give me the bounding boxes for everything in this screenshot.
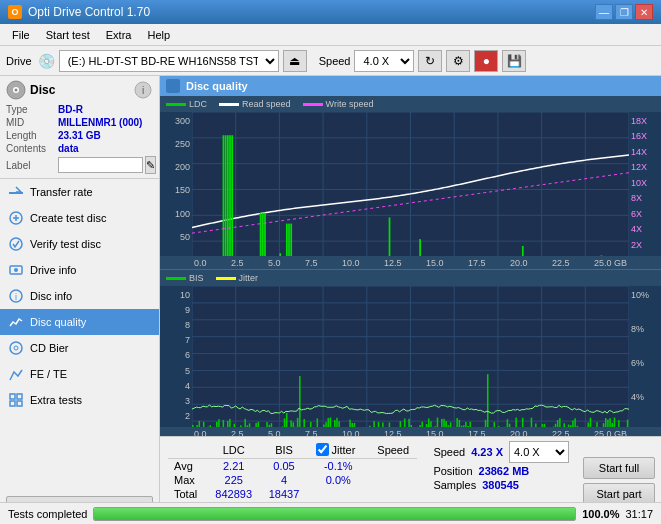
avg-label: Avg xyxy=(168,459,207,474)
avg-jitter: -0.1% xyxy=(308,459,370,474)
top-chart-area xyxy=(192,112,629,269)
col-bis-header: BIS xyxy=(261,441,308,459)
speed-row: Speed 4.23 X 4.0 X 2.0 X 8.0 X xyxy=(433,441,569,463)
legend-ldc: LDC xyxy=(166,99,207,109)
disc-quality-icon xyxy=(8,314,24,330)
sidebar-item-transfer-rate[interactable]: Transfer rate xyxy=(0,179,159,205)
sidebar-item-disc-quality[interactable]: Disc quality xyxy=(0,309,159,335)
nav-label-fe-te: FE / TE xyxy=(30,368,67,380)
fe-te-icon xyxy=(8,366,24,382)
sidebar-item-verify-test-disc[interactable]: Verify test disc xyxy=(0,231,159,257)
save-button[interactable]: 💾 xyxy=(502,50,526,72)
menu-file[interactable]: File xyxy=(4,27,38,43)
legend-bis: BIS xyxy=(166,273,204,283)
minimize-button[interactable]: — xyxy=(595,4,613,20)
bot-chart-wrapper: BIS Jitter 10 9 8 7 6 5 4 xyxy=(160,270,661,436)
nav-label-disc-quality: Disc quality xyxy=(30,316,86,328)
top-y-axis-left: 300 250 200 150 100 50 0 xyxy=(160,112,192,269)
eject-button[interactable]: ⏏ xyxy=(283,50,307,72)
restore-button[interactable]: ❐ xyxy=(615,4,633,20)
avg-bis: 0.05 xyxy=(261,459,308,474)
mid-label: MID xyxy=(6,117,58,128)
bot-chart-inner: 10 9 8 7 6 5 4 3 2 1 10 xyxy=(160,286,661,436)
label-label: Label xyxy=(6,160,58,171)
stats-row-avg: Avg 2.21 0.05 -0.1% xyxy=(168,459,417,474)
nav-label-disc-info: Disc info xyxy=(30,290,72,302)
legend-write-speed: Write speed xyxy=(303,99,374,109)
drive-info-icon xyxy=(8,262,24,278)
color-button[interactable]: ● xyxy=(474,50,498,72)
menu-help[interactable]: Help xyxy=(139,27,178,43)
bot-y-axis-left: 10 9 8 7 6 5 4 3 2 1 xyxy=(160,286,192,436)
refresh-button[interactable]: ↻ xyxy=(418,50,442,72)
sidebar-item-disc-info[interactable]: i Disc info xyxy=(0,283,159,309)
titlebar: O Opti Drive Control 1.70 — ❐ ✕ xyxy=(0,0,661,24)
nav-label-extra-tests: Extra tests xyxy=(30,394,82,406)
type-value: BD-R xyxy=(58,104,83,115)
sidebar-item-drive-info[interactable]: Drive info xyxy=(0,257,159,283)
disc-section-icon xyxy=(6,80,26,100)
disc-section-btn[interactable]: i xyxy=(133,80,153,100)
length-label: Length xyxy=(6,130,58,141)
nav-items: Transfer rate Create test disc Verify te… xyxy=(0,179,159,492)
drive-select[interactable]: (E:) HL-DT-ST BD-RE WH16NS58 TST4 xyxy=(59,50,279,72)
sidebar-item-extra-tests[interactable]: Extra tests xyxy=(0,387,159,413)
bot-x-axis: 0.0 2.5 5.0 7.5 10.0 12.5 15.0 17.5 20.0… xyxy=(160,427,661,436)
legend-read-speed-label: Read speed xyxy=(242,99,291,109)
samples-value: 380545 xyxy=(482,479,519,491)
legend-read-speed-color xyxy=(219,103,239,106)
jitter-checkbox[interactable] xyxy=(316,443,329,456)
status-time: 31:17 xyxy=(625,508,653,520)
legend-write-speed-label: Write speed xyxy=(326,99,374,109)
chart-title: Disc quality xyxy=(186,80,248,92)
svg-rect-19 xyxy=(17,401,22,406)
speed-dropdown-select[interactable]: 4.0 X 2.0 X 8.0 X xyxy=(509,441,569,463)
content-area: Disc quality LDC Read speed xyxy=(160,76,661,524)
legend-bis-color xyxy=(166,277,186,280)
jitter-checkbox-row: Jitter xyxy=(312,441,366,458)
samples-row: Samples 380545 xyxy=(433,479,569,491)
bot-legend: BIS Jitter xyxy=(160,270,661,286)
toolbar: Drive 💿 (E:) HL-DT-ST BD-RE WH16NS58 TST… xyxy=(0,46,661,76)
app-icon: O xyxy=(8,5,22,19)
top-chart-inner: 300 250 200 150 100 50 0 18X 16X 14 xyxy=(160,112,661,269)
close-button[interactable]: ✕ xyxy=(635,4,653,20)
menu-start-test[interactable]: Start test xyxy=(38,27,98,43)
sidebar-item-create-test-disc[interactable]: Create test disc xyxy=(0,205,159,231)
disc-section: Disc i Type BD-R MID MILLENMR1 (000) Len… xyxy=(0,76,159,179)
nav-label-verify-test-disc: Verify test disc xyxy=(30,238,101,250)
start-full-button[interactable]: Start full xyxy=(583,457,655,479)
label-edit-button[interactable]: ✎ xyxy=(145,156,156,174)
charts-area: LDC Read speed Write speed 300 250 xyxy=(160,96,661,436)
max-label: Max xyxy=(168,473,207,487)
contents-value: data xyxy=(58,143,79,154)
nav-label-drive-info: Drive info xyxy=(30,264,76,276)
sidebar-item-cd-bier[interactable]: CD Bier xyxy=(0,335,159,361)
progress-bar xyxy=(94,508,575,520)
position-row: Position 23862 MB xyxy=(433,465,569,477)
svg-text:i: i xyxy=(15,292,17,302)
legend-jitter: Jitter xyxy=(216,273,259,283)
label-input[interactable] xyxy=(58,157,143,173)
settings-button[interactable]: ⚙ xyxy=(446,50,470,72)
disc-info-icon: i xyxy=(8,288,24,304)
disc-section-title: Disc xyxy=(30,83,55,97)
menu-extra[interactable]: Extra xyxy=(98,27,140,43)
jitter-label: Jitter xyxy=(332,444,356,456)
avg-ldc: 2.21 xyxy=(207,459,261,474)
bot-chart-area xyxy=(192,286,629,436)
max-bis: 4 xyxy=(261,473,308,487)
top-x-axis: 0.0 2.5 5.0 7.5 10.0 12.5 15.0 17.5 20.0… xyxy=(160,256,661,269)
speed-select[interactable]: 4.0 X 2.0 X 6.0 X 8.0 X xyxy=(354,50,414,72)
total-bis: 18437 xyxy=(261,487,308,501)
svg-point-9 xyxy=(10,238,22,250)
svg-rect-18 xyxy=(10,401,15,406)
legend-jitter-label: Jitter xyxy=(239,273,259,283)
menubar: File Start test Extra Help xyxy=(0,24,661,46)
svg-rect-17 xyxy=(17,394,22,399)
legend-ldc-color xyxy=(166,103,186,106)
main-area: Disc i Type BD-R MID MILLENMR1 (000) Len… xyxy=(0,76,661,524)
progress-bar-container xyxy=(93,507,576,521)
legend-bis-label: BIS xyxy=(189,273,204,283)
sidebar-item-fe-te[interactable]: FE / TE xyxy=(0,361,159,387)
